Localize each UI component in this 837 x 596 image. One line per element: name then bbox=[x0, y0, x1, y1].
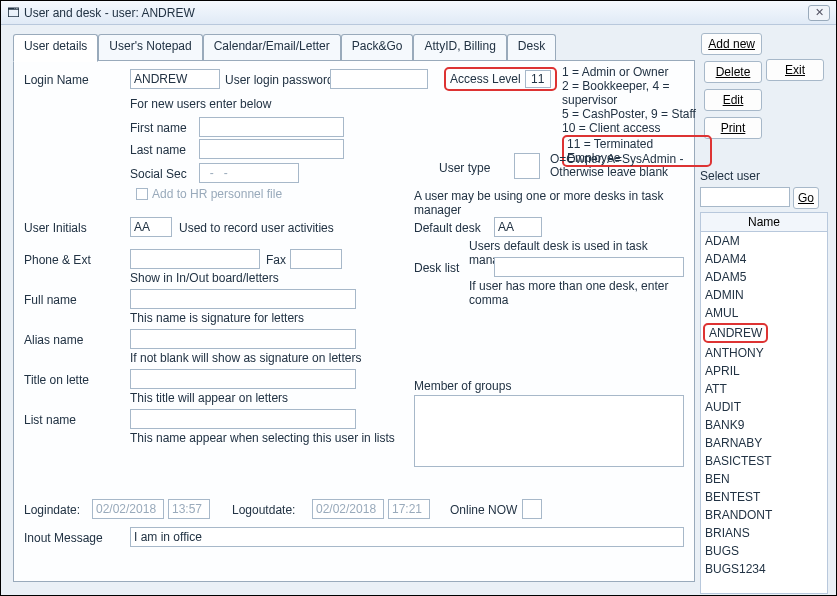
social-sec-input[interactable] bbox=[199, 163, 299, 183]
user-list-item[interactable]: BRANDONT bbox=[701, 506, 827, 524]
label-social-sec: Social Sec bbox=[130, 167, 187, 181]
legend-line-3: 5 = CashPoster, 9 = Staff bbox=[562, 107, 712, 121]
label-default-desk: Default desk bbox=[414, 221, 481, 235]
label-full-name: Full name bbox=[24, 293, 77, 307]
first-name-input[interactable] bbox=[199, 117, 344, 137]
tab-attyid-billing[interactable]: AttyID, Billing bbox=[413, 34, 506, 62]
logindate-date-input[interactable] bbox=[92, 499, 164, 519]
user-list-item[interactable]: ADAM bbox=[701, 232, 827, 250]
user-details-panel: Login Name User login password Access Le… bbox=[13, 60, 695, 582]
tab-strip: User details User's Notepad Calendar/Ema… bbox=[13, 33, 695, 61]
label-list-name: List name bbox=[24, 413, 76, 427]
user-list-item[interactable]: BEN bbox=[701, 470, 827, 488]
window-close-button[interactable]: ✕ bbox=[808, 5, 830, 21]
label-member-groups: Member of groups bbox=[414, 379, 511, 393]
add-new-button[interactable]: Add new bbox=[701, 33, 762, 55]
user-type-hint: O=Owner, A=SysAdmin - Otherwise leave bl… bbox=[550, 153, 690, 179]
select-user-search-input[interactable] bbox=[700, 187, 790, 207]
show-in-out-hint: Show in In/Out board/letters bbox=[130, 271, 279, 285]
add-hr-checkbox[interactable] bbox=[136, 188, 148, 200]
go-button[interactable]: Go bbox=[793, 187, 819, 209]
tab-user-notepad[interactable]: User's Notepad bbox=[98, 34, 202, 62]
label-user-type: User type bbox=[439, 161, 490, 175]
user-list-item[interactable]: APRIL bbox=[701, 362, 827, 380]
label-user-login-password: User login password bbox=[225, 73, 334, 87]
member-groups-textarea[interactable] bbox=[414, 395, 684, 467]
user-list-item[interactable]: BASICTEST bbox=[701, 452, 827, 470]
label-add-hr: Add to HR personnel file bbox=[152, 187, 282, 201]
tab-user-details[interactable]: User details bbox=[13, 34, 98, 62]
last-name-input[interactable] bbox=[199, 139, 344, 159]
alias-hint: If not blank will show as signature on l… bbox=[130, 351, 361, 365]
user-list-item[interactable]: ADAM5 bbox=[701, 268, 827, 286]
user-list-item[interactable]: ATT bbox=[701, 380, 827, 398]
access-level-highlight: Access Level bbox=[444, 67, 557, 91]
label-phone-ext: Phone & Ext bbox=[24, 253, 91, 267]
user-list-item[interactable]: BENTEST bbox=[701, 488, 827, 506]
label-logindate: Logindate: bbox=[24, 503, 80, 517]
user-list[interactable]: ADAMADAM4ADAM5ADMINAMULANDREWANTHONYAPRI… bbox=[700, 232, 828, 594]
logoutdate-time-input[interactable] bbox=[388, 499, 430, 519]
logoutdate-date-input[interactable] bbox=[312, 499, 384, 519]
list-name-input[interactable] bbox=[130, 409, 356, 429]
fax-input[interactable] bbox=[290, 249, 342, 269]
user-list-item[interactable]: AMUL bbox=[701, 304, 827, 322]
user-list-item[interactable]: BARNABY bbox=[701, 434, 827, 452]
legend-line-2: 2 = Bookkeeper, 4 = supervisor bbox=[562, 79, 712, 107]
logindate-time-input[interactable] bbox=[168, 499, 210, 519]
legend-line-4: 10 = Client access bbox=[562, 121, 712, 135]
label-alias-name: Alias name bbox=[24, 333, 83, 347]
user-list-header[interactable]: Name bbox=[700, 212, 828, 232]
user-list-item[interactable]: ADAM4 bbox=[701, 250, 827, 268]
user-list-item[interactable]: ANTHONY bbox=[701, 344, 827, 362]
app-window: 🗔 User and desk - user: ANDREW ✕ Add new… bbox=[0, 0, 837, 596]
full-name-input[interactable] bbox=[130, 289, 356, 309]
desks-note: A user may be using one or more desks in… bbox=[414, 189, 694, 217]
user-list-item-selected[interactable]: ANDREW bbox=[703, 323, 768, 343]
label-last-name: Last name bbox=[130, 143, 186, 157]
app-icon: 🗔 bbox=[7, 5, 20, 20]
user-list-item[interactable]: BANK9 bbox=[701, 416, 827, 434]
label-desk-list: Desk list bbox=[414, 261, 459, 275]
title-lette-input[interactable] bbox=[130, 369, 356, 389]
print-button[interactable]: Print bbox=[704, 117, 762, 139]
label-for-new-users: For new users enter below bbox=[130, 97, 271, 111]
desk-list-input[interactable] bbox=[494, 257, 684, 277]
title-hint: This title will appear on letters bbox=[130, 391, 288, 405]
default-desk-input[interactable] bbox=[494, 217, 542, 237]
alias-name-input[interactable] bbox=[130, 329, 356, 349]
label-inout-msg: Inout Message bbox=[24, 531, 103, 545]
tab-calendar-email-letter[interactable]: Calendar/Email/Letter bbox=[203, 34, 341, 62]
inout-msg-input[interactable] bbox=[130, 527, 684, 547]
tab-desk[interactable]: Desk bbox=[507, 34, 556, 62]
window-title: 🗔 User and desk - user: ANDREW bbox=[7, 5, 195, 20]
login-name-input[interactable] bbox=[130, 69, 220, 89]
label-title-lette: Title on lette bbox=[24, 373, 89, 387]
user-list-item[interactable]: BRIANS bbox=[701, 524, 827, 542]
online-now-input[interactable] bbox=[522, 499, 542, 519]
label-login-name: Login Name bbox=[24, 73, 89, 87]
delete-button[interactable]: Delete bbox=[704, 61, 762, 83]
user-list-item[interactable]: BUGS1234 bbox=[701, 560, 827, 578]
initials-hint: Used to record user activities bbox=[179, 221, 334, 235]
label-fax: Fax bbox=[266, 253, 286, 267]
label-access-level: Access Level bbox=[450, 72, 521, 86]
user-list-item[interactable]: AUDIT bbox=[701, 398, 827, 416]
user-list-item[interactable]: BUGS bbox=[701, 542, 827, 560]
label-user-initials: User Initials bbox=[24, 221, 87, 235]
user-list-item[interactable]: ADMIN bbox=[701, 286, 827, 304]
title-bar: 🗔 User and desk - user: ANDREW ✕ bbox=[1, 1, 836, 25]
desk-list-hint: If user has more than one desk, enter co… bbox=[469, 279, 694, 307]
edit-button[interactable]: Edit bbox=[704, 89, 762, 111]
exit-button[interactable]: Exit bbox=[766, 59, 824, 81]
list-name-hint: This name appear when selecting this use… bbox=[130, 431, 395, 445]
password-input[interactable] bbox=[330, 69, 428, 89]
user-initials-input[interactable] bbox=[130, 217, 172, 237]
access-level-input[interactable] bbox=[525, 70, 551, 88]
phone-input[interactable] bbox=[130, 249, 260, 269]
user-type-input[interactable] bbox=[514, 153, 540, 179]
label-select-user: Select user bbox=[700, 169, 828, 183]
tab-packgo[interactable]: Pack&Go bbox=[341, 34, 414, 62]
select-user-panel: Select user Go Name ADAMADAM4ADAM5ADMINA… bbox=[700, 169, 828, 594]
legend-line-1: 1 = Admin or Owner bbox=[562, 65, 712, 79]
